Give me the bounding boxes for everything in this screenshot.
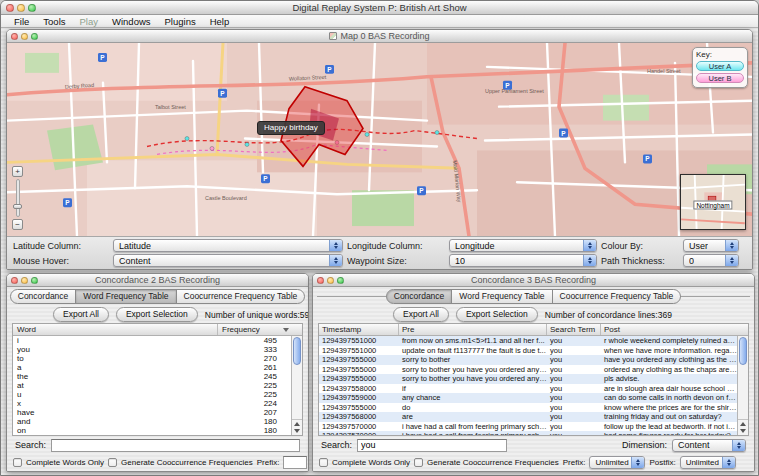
minimize-button[interactable]	[327, 277, 334, 284]
table-row[interactable]: 1294397555000doyouknow where the prices …	[319, 403, 737, 413]
table-row[interactable]: 1294397568000areyoutraining friday and o…	[319, 412, 737, 422]
minimize-button[interactable]	[21, 277, 28, 284]
scrollbar-arrows[interactable]	[738, 419, 748, 435]
table-header[interactable]: Word Frequency	[13, 324, 302, 336]
export-selection-button[interactable]: Export Selection	[456, 307, 538, 322]
export-all-button[interactable]: Export All	[53, 307, 109, 322]
table-row[interactable]: a261	[13, 363, 291, 372]
generate-cooccurrence-checkbox[interactable]	[414, 458, 423, 467]
zoom-button[interactable]	[31, 277, 38, 284]
column-frequency[interactable]: Frequency	[218, 324, 302, 335]
table-row[interactable]: to270	[13, 354, 291, 363]
tab-concordance[interactable]: Concordance	[386, 289, 453, 304]
user-a-button[interactable]: User A	[696, 61, 744, 71]
table-row[interactable]: 1294397555000sorry to bother you have yo…	[319, 365, 737, 375]
table-row[interactable]: 1294397555000sorry to bother you have yo…	[319, 374, 737, 384]
close-button[interactable]	[11, 277, 18, 284]
path-thickness-select[interactable]: 0	[683, 254, 739, 267]
zoom-button[interactable]	[337, 277, 344, 284]
map-inset[interactable]: Nottingham	[680, 174, 746, 230]
search-input[interactable]	[357, 439, 507, 452]
table-row[interactable]: x224	[13, 399, 291, 408]
concordance2-titlebar[interactable]: Concordance 2 BAS Recording	[7, 274, 308, 287]
zoom-in-button[interactable]: +	[12, 166, 23, 177]
menu-windows[interactable]: Windows	[105, 16, 158, 27]
concordance2-search-row: Search:	[7, 436, 308, 454]
column-word[interactable]: Word	[13, 324, 218, 335]
scroll-down-icon[interactable]	[294, 429, 300, 433]
table-row[interactable]: you333	[13, 345, 291, 354]
postfix-select[interactable]: Unlimited	[680, 456, 736, 469]
close-button[interactable]	[11, 33, 18, 40]
table-row[interactable]: i495	[13, 336, 291, 345]
map-canvas[interactable]: P P P P P P P P P Derby Road Wollaton St…	[7, 43, 752, 236]
vertical-scrollbar[interactable]	[291, 336, 302, 435]
table-row[interactable]: 1294397570000i have had a call from feer…	[319, 422, 737, 432]
map-window-titlebar[interactable]: Map 0 BAS Recording	[7, 30, 752, 43]
tab-word-frequency-table[interactable]: Word Frequency Table	[75, 289, 176, 304]
scroll-up-icon[interactable]	[740, 422, 746, 426]
zoom-button[interactable]	[28, 4, 36, 12]
concordance3-titlebar[interactable]: Concordance 3 BAS Recording	[313, 274, 754, 287]
table-row[interactable]: on180	[13, 426, 291, 435]
window-titlebar[interactable]: Digital Replay System P: British Art Sho…	[1, 1, 758, 15]
table-header[interactable]: Timestamp Pre Search Term Post	[319, 324, 748, 336]
close-button[interactable]	[317, 277, 324, 284]
table-row[interactable]: 1294397555000sorry to botheryouhave you …	[319, 355, 737, 365]
tab-coocurrence-frequency-table[interactable]: Coocurrence Frequency Table	[552, 289, 682, 304]
table-row[interactable]: u225	[13, 390, 291, 399]
column-pre[interactable]: Pre	[399, 324, 547, 335]
table-row[interactable]: and180	[13, 417, 291, 426]
table-row[interactable]: 1294397551000update on fault f1137777 th…	[319, 346, 737, 356]
waypoint-size-select[interactable]: 10	[449, 254, 597, 267]
table-row[interactable]: 1294397570000i have had a call from feer…	[319, 431, 737, 435]
colour-by-select[interactable]: User	[683, 239, 739, 252]
longitude-column-select[interactable]: Longitude	[449, 239, 597, 252]
vertical-scrollbar[interactable]	[737, 336, 748, 435]
close-button[interactable]	[6, 4, 14, 12]
export-all-button[interactable]: Export All	[393, 307, 449, 322]
scroll-up-icon[interactable]	[294, 422, 300, 426]
table-row[interactable]: 1294397558000ifyouare in slough area dai…	[319, 384, 737, 394]
table-row[interactable]: have207	[13, 408, 291, 417]
workspace: Map 0 BAS Recording	[1, 28, 758, 475]
zoom-slider-thumb[interactable]	[13, 204, 22, 209]
table-row[interactable]: the245	[13, 372, 291, 381]
complete-words-only-checkbox[interactable]	[319, 458, 328, 467]
complete-words-only-checkbox[interactable]	[13, 458, 22, 467]
export-selection-button[interactable]: Export Selection	[116, 307, 198, 322]
zoom-button[interactable]	[31, 33, 38, 40]
scroll-down-icon[interactable]	[740, 429, 746, 433]
user-b-button[interactable]: User B	[696, 73, 744, 83]
minimize-button[interactable]	[17, 4, 25, 12]
tab-word-frequency-table[interactable]: Word Frequency Table	[451, 289, 552, 304]
scrollbar-arrows[interactable]	[292, 419, 302, 435]
menu-tools[interactable]: Tools	[36, 16, 72, 27]
parking-icon: P	[419, 187, 424, 194]
table-row[interactable]: at225	[13, 381, 291, 390]
prefix-input[interactable]	[283, 456, 307, 469]
menu-file[interactable]: File	[7, 16, 36, 27]
column-timestamp[interactable]: Timestamp	[319, 324, 399, 335]
tab-coocurrence-frequency-table[interactable]: Coocurrence Frequency Table	[176, 289, 306, 304]
column-search-term[interactable]: Search Term	[547, 324, 601, 335]
table-row[interactable]: 1294397551000from now on sms.m1<5>f1.1 a…	[319, 336, 737, 346]
prefix-select[interactable]: Unlimited	[589, 456, 645, 469]
inset-label: Nottingham	[693, 200, 732, 209]
dimension-select[interactable]: Content	[672, 439, 746, 452]
menu-plugins[interactable]: Plugins	[158, 16, 203, 27]
search-input[interactable]	[51, 439, 300, 452]
column-post[interactable]: Post	[601, 324, 737, 335]
mouse-hover-select[interactable]: Content	[113, 254, 343, 267]
generate-cooccurrence-checkbox[interactable]	[108, 458, 117, 467]
menu-help[interactable]: Help	[203, 16, 237, 27]
zoom-out-button[interactable]: −	[12, 219, 23, 230]
menu-play[interactable]: Play	[73, 16, 105, 27]
zoom-slider[interactable]	[16, 179, 20, 217]
tab-concordance[interactable]: Concordance	[10, 289, 77, 304]
scrollbar-thumb[interactable]	[739, 337, 747, 365]
latitude-column-select[interactable]: Latitude	[113, 239, 343, 252]
table-row[interactable]: 1294397559000any chanceyoucan do some ca…	[319, 393, 737, 403]
scrollbar-thumb[interactable]	[293, 337, 301, 365]
minimize-button[interactable]	[21, 33, 28, 40]
